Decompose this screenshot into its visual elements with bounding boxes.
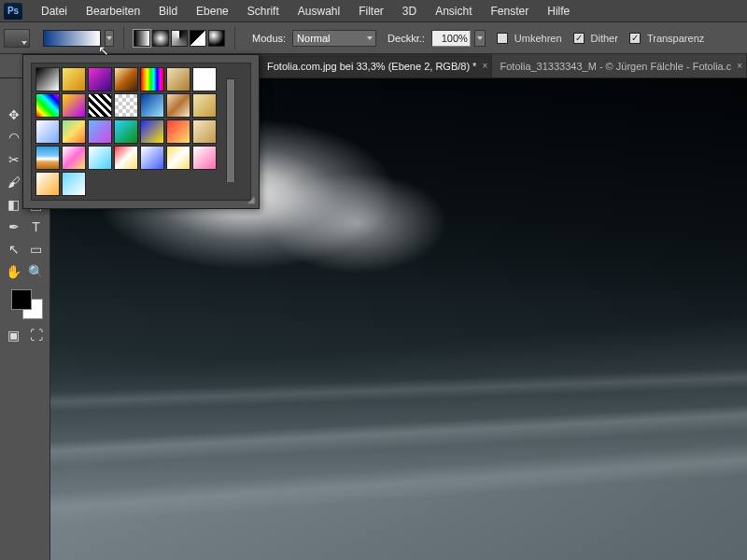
transparenz-checkbox[interactable] <box>629 33 641 44</box>
menu-schrift[interactable]: Schrift <box>238 1 289 21</box>
zoom-tool[interactable]: 🔍 <box>26 261 47 282</box>
gradient-swatch[interactable] <box>35 119 60 144</box>
gradient-swatch[interactable] <box>192 67 217 91</box>
pen-tool[interactable]: ✒ <box>4 217 24 237</box>
close-icon[interactable]: × <box>482 61 487 71</box>
gradient-swatch[interactable] <box>140 119 164 144</box>
gradient-swatch[interactable] <box>114 146 138 170</box>
gradient-swatch[interactable] <box>166 93 190 118</box>
gradient-swatch[interactable] <box>140 93 164 118</box>
color-swatches[interactable] <box>11 289 43 321</box>
menu-bar: Ps DateiBearbeitenBildEbeneSchriftAuswah… <box>0 0 747 22</box>
hand-tool[interactable]: ✋ <box>4 261 24 282</box>
modus-label: Modus: <box>252 33 286 44</box>
gradient-swatch[interactable] <box>62 172 86 196</box>
gradient-swatch[interactable] <box>166 119 190 144</box>
gradient-swatch[interactable] <box>62 146 86 170</box>
gradient-preview[interactable] <box>43 30 101 47</box>
gradient-swatch[interactable] <box>35 67 60 91</box>
gradient-type-1[interactable] <box>152 30 169 47</box>
dither-label: Dither <box>591 33 618 44</box>
tool-slot[interactable] <box>4 82 24 103</box>
menu-hilfe[interactable]: Hilfe <box>538 1 579 21</box>
gradient-swatch[interactable] <box>88 146 112 170</box>
deckkr-input[interactable]: 100% <box>431 30 471 47</box>
lasso-tool[interactable]: ◠ <box>4 127 24 147</box>
umkehren-label: Umkehren <box>514 33 562 44</box>
gradient-swatch[interactable] <box>62 93 86 118</box>
deckkr-label: Deckkr.: <box>388 33 425 44</box>
close-icon[interactable]: × <box>737 61 742 71</box>
gradient-swatch[interactable] <box>114 67 138 91</box>
menu-bearbeiten[interactable]: Bearbeiten <box>77 1 149 21</box>
gradient-swatch[interactable] <box>140 67 164 91</box>
gradient-swatch[interactable] <box>192 93 217 118</box>
shape-tool[interactable]: ▭ <box>26 239 47 259</box>
gradient-swatch[interactable] <box>62 67 86 91</box>
foreground-color[interactable] <box>11 289 32 310</box>
move-tool[interactable]: ✥ <box>4 105 24 125</box>
gradient-swatch[interactable] <box>88 67 112 91</box>
deckkr-dropdown[interactable] <box>474 30 486 47</box>
menu-datei[interactable]: Datei <box>32 1 77 21</box>
gradient-swatch[interactable] <box>35 172 60 196</box>
cursor-icon: ↖ <box>98 43 109 58</box>
gradient-swatch[interactable] <box>140 146 164 170</box>
scrollbar[interactable] <box>226 78 235 181</box>
gradient-swatch[interactable] <box>114 119 138 144</box>
eraser-tool[interactable]: ◧ <box>4 194 24 215</box>
dither-checkbox[interactable] <box>573 33 585 44</box>
tool-preset-picker[interactable] <box>4 29 30 48</box>
gradient-swatch[interactable] <box>62 119 86 144</box>
screenmode-toggle[interactable]: ⛶ <box>26 325 47 345</box>
crop-tool[interactable]: ✂ <box>4 149 24 170</box>
scrollbar-thumb[interactable] <box>227 79 234 182</box>
menu-filter[interactable]: Filter <box>349 1 393 21</box>
menu-fenster[interactable]: Fenster <box>482 1 539 21</box>
umkehren-checkbox[interactable] <box>497 33 508 44</box>
menu-bild[interactable]: Bild <box>149 1 187 21</box>
gradient-swatch[interactable] <box>166 67 190 91</box>
document-tab[interactable]: Fotolia_31333343_M - © Jürgen Fälchle - … <box>492 54 747 77</box>
type-tool[interactable]: T <box>26 217 47 237</box>
transparenz-label: Transparenz <box>647 33 704 44</box>
gradient-swatch[interactable] <box>192 119 217 144</box>
path-tool[interactable]: ↖ <box>4 239 24 259</box>
document-tab[interactable]: Fotolia.com.jpg bei 33,3% (Ebene 2, RGB/… <box>260 54 492 77</box>
menu-3d[interactable]: 3D <box>393 1 426 21</box>
menu-ebene[interactable]: Ebene <box>187 1 238 21</box>
gradient-type-0[interactable] <box>134 30 150 47</box>
gradient-picker-panel: ✼ ◢ <box>22 54 260 209</box>
app-logo: Ps <box>4 3 22 20</box>
menu-auswahl[interactable]: Auswahl <box>289 1 349 21</box>
gradient-swatch[interactable] <box>88 93 112 118</box>
gradient-type-4[interactable] <box>208 30 225 47</box>
gradient-type-2[interactable] <box>171 30 188 47</box>
gradient-swatch[interactable] <box>88 119 112 144</box>
resize-handle[interactable]: ◢ <box>247 194 255 204</box>
gradient-swatch[interactable] <box>166 146 190 170</box>
brush-tool[interactable]: 🖌 <box>4 172 24 192</box>
options-bar: Modus: Normal Deckkr.: 100% Umkehren Dit… <box>0 22 747 54</box>
gradient-swatch[interactable] <box>114 93 138 118</box>
modus-select[interactable]: Normal <box>292 30 376 47</box>
gradient-type-3[interactable] <box>190 30 206 47</box>
gradient-swatch[interactable] <box>35 146 60 170</box>
quickmask-toggle[interactable]: ▣ <box>4 325 24 345</box>
menu-ansicht[interactable]: Ansicht <box>426 1 481 21</box>
gradient-swatch[interactable] <box>192 146 217 170</box>
gradient-swatch[interactable] <box>35 93 60 118</box>
